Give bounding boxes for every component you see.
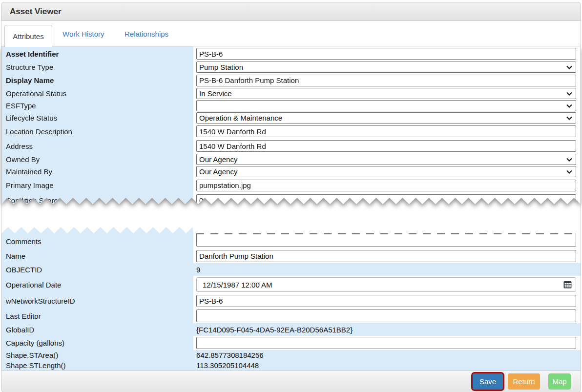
field-label: Shape.STArea() xyxy=(1,350,193,360)
form-row-esftype: ESFType xyxy=(1,100,581,112)
select-value: Operation & Maintenance xyxy=(199,114,282,122)
location-description-input[interactable] xyxy=(196,125,576,137)
form-row-last-editor: Last Editor xyxy=(1,309,581,323)
field-label: Comments xyxy=(1,233,193,249)
form-row-wnetworkstructureid: wNetworkStructureID xyxy=(1,293,581,309)
form-row-operational-status: Operational Status In Service xyxy=(1,87,581,100)
field-label: Owned By xyxy=(1,153,193,165)
tab-relationships[interactable]: Relationships xyxy=(125,21,168,46)
esftype-select[interactable] xyxy=(196,100,576,111)
owned-by-select[interactable]: Our Agency xyxy=(196,154,576,165)
select-value: Our Agency xyxy=(199,167,237,176)
comments-input[interactable] xyxy=(196,233,576,247)
capacity-input[interactable] xyxy=(196,337,576,349)
chevron-down-icon xyxy=(566,92,572,96)
form-row-address: Address xyxy=(1,139,581,153)
field-label: Name xyxy=(1,249,193,263)
window-titlebar: Asset Viewer xyxy=(1,2,581,21)
select-value: Pump Station xyxy=(199,63,243,71)
field-label: Address xyxy=(1,139,193,153)
form-row-owned-by: Owned By Our Agency xyxy=(1,153,581,165)
asset-identifier-input[interactable] xyxy=(196,48,576,60)
field-label: GlobalID xyxy=(1,323,193,336)
wnetworkstructureid-input[interactable] xyxy=(196,295,576,307)
map-button[interactable]: Map xyxy=(548,373,571,390)
form-row-shape-starea: Shape.STArea() 642.8577308184256 xyxy=(1,350,581,360)
tab-label: Attributes xyxy=(13,32,43,41)
asset-viewer-window: Asset Viewer Attributes Work History Rel… xyxy=(1,2,581,392)
name-input[interactable] xyxy=(196,250,576,262)
form-row-objectid: OBJECTID 9 xyxy=(1,263,581,276)
field-label: Operational Status xyxy=(1,87,193,100)
objectid-value: 9 xyxy=(196,266,200,274)
globalid-value: {FC14D095-F045-4DA5-92EA-B20D56A51BB2} xyxy=(196,326,353,334)
form-row-capacity: Capacity (gallons) xyxy=(1,336,581,350)
form-row-structure-type: Structure Type Pump Station xyxy=(1,61,581,73)
tab-attributes[interactable]: Attributes xyxy=(4,25,52,47)
form-row-operational-date: Operational Date xyxy=(1,276,581,293)
page-title: Asset Viewer xyxy=(10,7,62,17)
field-label: Maintained By xyxy=(1,165,193,178)
form-row-globalid: GlobalID {FC14D095-F045-4DA5-92EA-B20D56… xyxy=(1,323,581,336)
save-button[interactable]: Save xyxy=(473,373,503,390)
address-input[interactable] xyxy=(196,140,576,152)
footer-bar: Save Return Map xyxy=(1,371,581,392)
field-label: Last Editor xyxy=(1,309,193,323)
torn-edge-dashes xyxy=(196,233,576,234)
primary-image-input[interactable] xyxy=(196,180,576,191)
form-row-asset-identifier: Asset Identifier xyxy=(1,46,581,61)
field-label: Location Description xyxy=(1,124,193,139)
lifecycle-status-select[interactable]: Operation & Maintenance xyxy=(196,112,576,124)
field-label: Lifecycle Status xyxy=(1,112,193,124)
form-top-section: Asset Identifier Structure Type Pump Sta… xyxy=(1,46,581,204)
form-bottom-section: Comments Name OBJECTID 9 Operational Dat… xyxy=(1,227,581,371)
field-label: ESFType xyxy=(1,100,193,112)
field-label: Shape.STLength() xyxy=(1,360,193,371)
select-value: In Service xyxy=(199,89,232,98)
tab-label: Work History xyxy=(62,30,104,38)
form-row-display-name: Display Name xyxy=(1,73,581,87)
field-label: Primary Image xyxy=(1,178,193,193)
last-editor-input[interactable] xyxy=(196,309,576,322)
form-row-location-description: Location Description xyxy=(1,124,581,139)
form-row-primary-image: Primary Image xyxy=(1,178,581,193)
field-label: Asset Identifier xyxy=(1,46,193,61)
calendar-icon[interactable] xyxy=(563,281,572,289)
operational-date-input[interactable] xyxy=(196,277,576,292)
structure-type-select[interactable]: Pump Station xyxy=(196,62,576,73)
chevron-down-icon xyxy=(566,65,572,69)
display-name-input[interactable] xyxy=(196,75,576,86)
tab-work-history[interactable]: Work History xyxy=(62,21,104,46)
chevron-down-icon xyxy=(566,158,572,162)
tab-label: Relationships xyxy=(125,30,168,38)
select-value: Our Agency xyxy=(199,155,237,164)
chevron-down-icon xyxy=(566,104,572,108)
form-row-comments: Comments xyxy=(1,233,581,249)
field-label: Display Name xyxy=(1,73,193,87)
chevron-down-icon xyxy=(566,170,572,174)
form-row-maintained-by: Maintained By Our Agency xyxy=(1,165,581,178)
operational-status-select[interactable]: In Service xyxy=(196,88,576,99)
tab-bar: Attributes Work History Relationships xyxy=(1,21,581,46)
field-label: Operational Date xyxy=(1,276,193,293)
field-label: OBJECTID xyxy=(1,263,193,276)
torn-gap xyxy=(1,204,581,227)
shape-stlength-value: 113.305205104448 xyxy=(196,361,259,370)
field-label: Structure Type xyxy=(1,61,193,73)
form-row-shape-stlength: Shape.STLength() 113.305205104448 xyxy=(1,360,581,371)
field-label: wNetworkStructureID xyxy=(1,293,193,309)
form-row-lifecycle-status: Lifecycle Status Operation & Maintenance xyxy=(1,112,581,124)
maintained-by-select[interactable]: Our Agency xyxy=(196,166,576,177)
shape-starea-value: 642.8577308184256 xyxy=(196,351,264,359)
field-label: Capacity (gallons) xyxy=(1,336,193,350)
chevron-down-icon xyxy=(566,116,572,120)
return-button[interactable]: Return xyxy=(508,373,540,390)
form-row-name: Name xyxy=(1,249,581,263)
window-content: Attributes Work History Relationships As… xyxy=(1,21,581,371)
